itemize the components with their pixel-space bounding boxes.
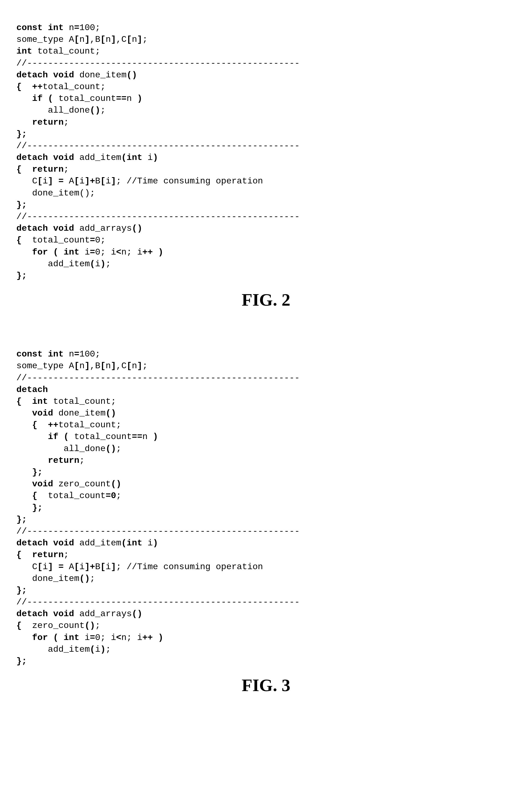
code-listing-fig3: const int n=100;some_type A[n],B[n],C[n]… bbox=[16, 348, 516, 667]
code-listing-fig2: const int n=100;some_type A[n],B[n],C[n]… bbox=[16, 22, 516, 282]
figure-caption-2: FIG. 2 bbox=[16, 290, 516, 310]
figure-caption-3: FIG. 3 bbox=[16, 675, 516, 695]
